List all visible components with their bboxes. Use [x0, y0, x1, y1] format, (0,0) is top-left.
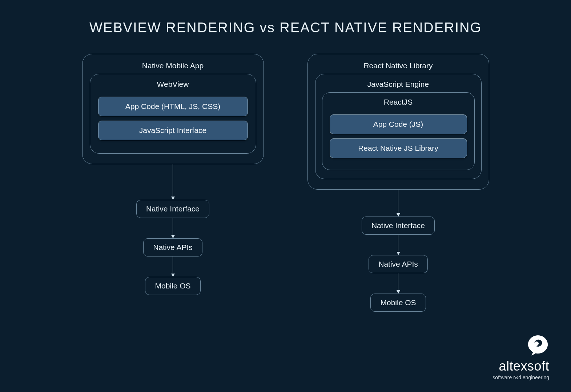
brand-name: altexsoft: [492, 359, 549, 374]
diagram-columns: Native Mobile App WebView App Code (HTML…: [0, 54, 571, 312]
left-outer-container: Native Mobile App WebView App Code (HTML…: [82, 54, 264, 164]
right-mid-label: JavaScript Engine: [322, 78, 475, 92]
altexsoft-bubble-icon: [527, 334, 549, 356]
right-flow-mobile-os: Mobile OS: [370, 294, 426, 312]
right-column: React Native Library JavaScript Engine R…: [307, 54, 489, 312]
right-outer-label: React Native Library: [315, 59, 482, 74]
left-bar-jsinterface: JavaScript Interface: [98, 121, 248, 140]
left-outer-label: Native Mobile App: [90, 59, 256, 74]
right-bar-rnlib: React Native JS Library: [330, 138, 467, 158]
left-flow-native-apis: Native APIs: [143, 238, 202, 256]
left-bar-appcode: App Code (HTML, JS, CSS): [98, 97, 248, 116]
arrow-icon: [397, 190, 400, 217]
right-inner-label: ReactJS: [328, 96, 469, 110]
arrow-icon: [397, 273, 400, 294]
brand-logo: altexsoft software r&d engineering: [492, 334, 549, 380]
arrow-icon: [171, 256, 175, 277]
right-flow-native-apis: Native APIs: [369, 255, 428, 273]
left-flow-native-interface: Native Interface: [136, 200, 209, 218]
brand-tagline: software r&d engineering: [492, 375, 549, 380]
left-column: Native Mobile App WebView App Code (HTML…: [82, 54, 264, 312]
right-outer-container: React Native Library JavaScript Engine R…: [307, 54, 489, 190]
arrow-icon: [171, 218, 175, 238]
left-mid-container: WebView App Code (HTML, JS, CSS) JavaScr…: [90, 74, 256, 154]
left-mid-label: WebView: [97, 78, 249, 92]
arrow-icon: [171, 164, 175, 200]
right-mid-container: JavaScript Engine ReactJS App Code (JS) …: [315, 74, 482, 179]
right-inner-container: ReactJS App Code (JS) React Native JS Li…: [322, 92, 475, 170]
diagram-title: WEBVIEW RENDERING vs REACT NATIVE RENDER…: [0, 0, 571, 36]
right-flow-native-interface: Native Interface: [362, 217, 435, 235]
left-flow-mobile-os: Mobile OS: [145, 277, 200, 295]
right-bar-appcode: App Code (JS): [330, 114, 467, 134]
arrow-icon: [397, 235, 400, 255]
